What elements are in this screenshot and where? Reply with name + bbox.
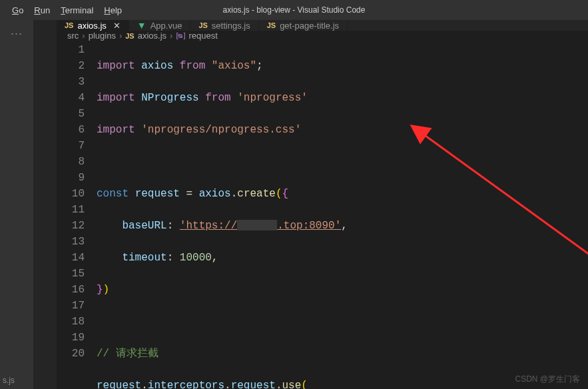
crumb-src[interactable]: src <box>67 31 79 41</box>
tab-bar: JS axios.js ✕ ▼ App.vue JS settings.js J… <box>57 20 588 31</box>
close-icon[interactable]: ✕ <box>113 21 121 31</box>
menu-terminal[interactable]: Terminal <box>55 3 99 18</box>
crumb-file[interactable]: axios.js <box>138 31 166 41</box>
menu-go[interactable]: Go <box>7 3 29 18</box>
js-icon: JS <box>198 21 207 29</box>
redacted-host <box>237 220 277 230</box>
symbol-icon: [ᴓ] <box>176 31 185 40</box>
tab-axios[interactable]: JS axios.js ✕ <box>57 20 129 31</box>
tab-label: get-page-title.js <box>280 21 339 31</box>
more-icon[interactable]: ··· <box>11 27 23 41</box>
crumb-plugins[interactable]: plugins <box>89 31 116 41</box>
breadcrumb[interactable]: src › plugins › JS axios.js › [ᴓ] reques… <box>57 31 588 41</box>
chevron-right-icon: › <box>170 31 172 41</box>
sidebar <box>33 20 57 389</box>
menu-bar: Go Run Terminal Help axios.js - blog-vie… <box>0 0 588 20</box>
tab-label: settings.js <box>212 21 250 31</box>
tab-label: App.vue <box>150 21 182 31</box>
tab-getpagetitle[interactable]: JS get-page-title.js <box>259 20 348 31</box>
code-content[interactable]: import axios from "axios"; import NProgr… <box>97 41 588 389</box>
crumb-symbol[interactable]: request <box>189 31 218 41</box>
js-icon: JS <box>125 32 134 40</box>
chevron-right-icon: › <box>82 31 85 41</box>
chevron-right-icon: › <box>119 31 122 41</box>
sidebar-file-fragment: s.js <box>3 376 15 385</box>
js-icon: JS <box>267 21 276 29</box>
activity-bar: ··· <box>0 20 33 389</box>
menu-help[interactable]: Help <box>99 3 127 18</box>
editor[interactable]: 1234 5678 9101112 13141516 17181920 impo… <box>57 41 588 389</box>
tab-appvue[interactable]: ▼ App.vue <box>129 20 191 31</box>
js-icon: JS <box>65 21 73 29</box>
line-number-gutter: 1234 5678 9101112 13141516 17181920 <box>57 41 97 389</box>
vue-icon: ▼ <box>137 20 147 31</box>
tab-label: axios.js <box>77 21 106 31</box>
watermark: CSDN @罗生门客 <box>515 374 580 385</box>
menu-run[interactable]: Run <box>29 3 55 18</box>
tab-settings[interactable]: JS settings.js <box>190 20 258 31</box>
